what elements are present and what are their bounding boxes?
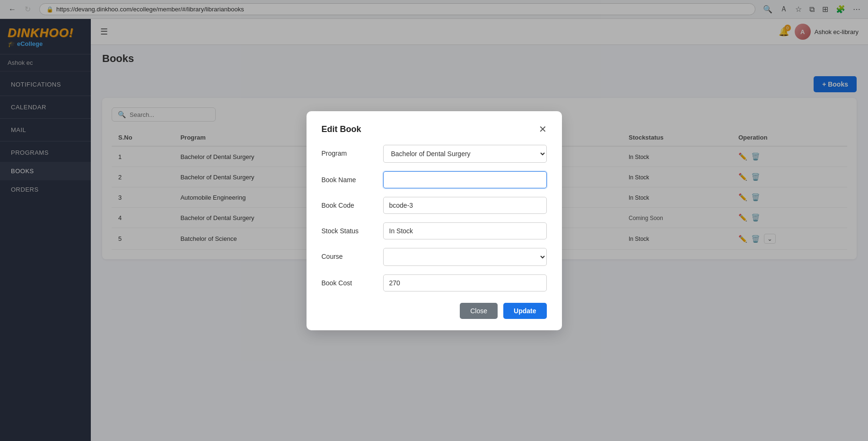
form-row-course: Course xyxy=(322,248,547,266)
form-row-bookname: Book Name xyxy=(322,171,547,188)
book-name-label: Book Name xyxy=(322,171,374,184)
book-code-label: Book Code xyxy=(322,197,374,209)
update-button-label: Update xyxy=(514,307,536,315)
form-row-bookcost: Book Cost xyxy=(322,274,547,291)
course-select[interactable] xyxy=(383,248,547,266)
modal-overlay: Edit Book ✕ Program Bachelor of Dental S… xyxy=(0,0,868,441)
stock-status-label: Stock Status xyxy=(322,222,374,235)
close-button[interactable]: Close xyxy=(460,303,498,319)
modal-title: Edit Book xyxy=(322,124,361,134)
update-button[interactable]: Update xyxy=(503,303,546,319)
book-name-field xyxy=(383,171,547,188)
form-row-program: Program Bachelor of Dental Surgery Autom… xyxy=(322,145,547,163)
modal-footer: Close Update xyxy=(322,303,547,319)
form-row-bookcode: Book Code xyxy=(322,197,547,214)
book-name-input[interactable] xyxy=(383,171,547,188)
book-code-field xyxy=(383,197,547,214)
course-label: Course xyxy=(322,248,374,260)
modal-close-button[interactable]: ✕ xyxy=(539,124,547,134)
book-cost-field xyxy=(383,274,547,291)
program-select[interactable]: Bachelor of Dental Surgery Automobile En… xyxy=(383,145,547,163)
book-code-input[interactable] xyxy=(383,197,547,214)
stock-status-field xyxy=(383,222,547,239)
book-cost-input[interactable] xyxy=(383,274,547,291)
course-field xyxy=(383,248,547,266)
program-field: Bachelor of Dental Surgery Automobile En… xyxy=(383,145,547,163)
program-label: Program xyxy=(322,145,374,157)
close-button-label: Close xyxy=(470,307,487,315)
form-row-stockstatus: Stock Status xyxy=(322,222,547,239)
modal-header: Edit Book ✕ xyxy=(322,124,547,134)
edit-book-modal: Edit Book ✕ Program Bachelor of Dental S… xyxy=(307,111,562,330)
stock-status-input[interactable] xyxy=(383,222,547,239)
book-cost-label: Book Cost xyxy=(322,274,374,287)
